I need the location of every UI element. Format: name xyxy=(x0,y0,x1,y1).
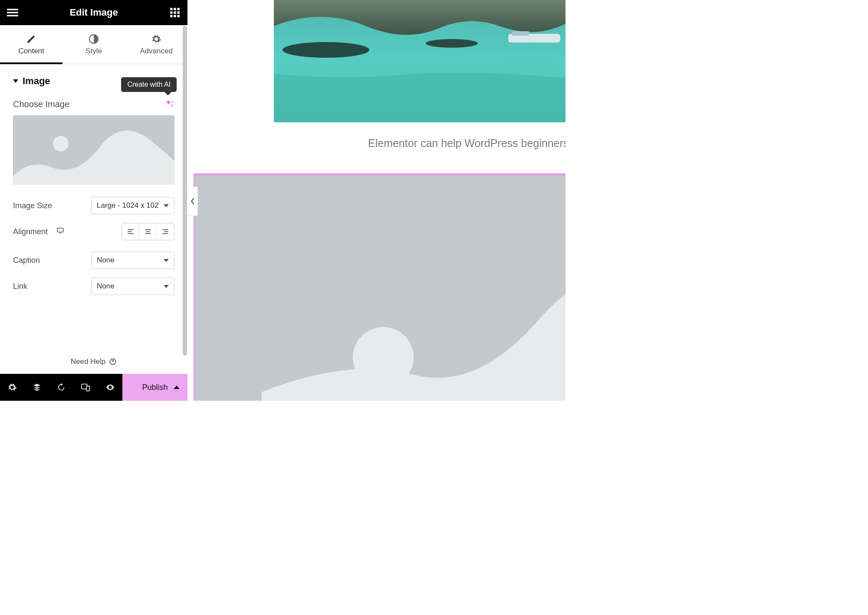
caret-down-icon xyxy=(13,79,18,83)
tab-content[interactable]: Content xyxy=(0,25,62,64)
alignment-buttons xyxy=(122,223,174,240)
gear-icon xyxy=(151,34,161,44)
publish-label: Publish xyxy=(142,383,168,392)
svg-rect-30 xyxy=(86,386,89,391)
tab-advanced-label: Advanced xyxy=(140,47,173,56)
svg-rect-8 xyxy=(177,11,179,13)
menu-icon[interactable] xyxy=(6,6,19,19)
svg-rect-25 xyxy=(164,231,168,232)
image-size-select[interactable]: Large - 1024 x 102 xyxy=(91,197,174,214)
svg-rect-17 xyxy=(59,233,62,234)
navigator-icon[interactable] xyxy=(24,374,49,401)
caption-label: Caption xyxy=(13,256,40,265)
chevron-down-icon xyxy=(164,204,169,207)
tab-style[interactable]: Style xyxy=(62,25,125,64)
tab-advanced[interactable]: Advanced xyxy=(125,25,187,64)
svg-rect-20 xyxy=(128,233,134,234)
chevron-left-icon xyxy=(191,198,195,205)
svg-rect-24 xyxy=(162,229,168,230)
svg-point-15 xyxy=(53,136,69,151)
canvas-hero-image[interactable] xyxy=(274,0,566,122)
svg-point-13 xyxy=(172,101,173,102)
history-icon[interactable] xyxy=(49,374,73,401)
image-picker[interactable] xyxy=(13,115,174,185)
align-left-button[interactable] xyxy=(122,223,139,240)
caption-value: None xyxy=(97,256,115,265)
need-help-link[interactable]: Need Help xyxy=(0,353,187,374)
svg-point-28 xyxy=(113,363,113,363)
svg-rect-4 xyxy=(174,8,176,10)
create-with-ai-button[interactable]: Create with AI xyxy=(164,99,174,109)
align-center-button[interactable] xyxy=(139,223,157,240)
svg-rect-23 xyxy=(145,233,151,234)
panel-collapse-handle[interactable] xyxy=(187,186,198,216)
svg-rect-7 xyxy=(174,11,176,13)
svg-rect-22 xyxy=(146,231,150,232)
ai-tooltip: Create with AI xyxy=(121,77,177,92)
settings-icon[interactable] xyxy=(0,374,24,401)
svg-rect-5 xyxy=(177,8,179,10)
responsive-desktop-icon[interactable] xyxy=(56,227,64,236)
panel-scrollbar-thumb[interactable] xyxy=(183,26,187,356)
publish-button[interactable]: Publish xyxy=(122,374,187,401)
svg-rect-9 xyxy=(170,15,172,17)
link-value: None xyxy=(97,282,115,291)
selected-image-widget[interactable] xyxy=(194,173,566,401)
align-right-button[interactable] xyxy=(157,223,174,240)
svg-rect-21 xyxy=(145,229,151,230)
help-icon xyxy=(109,358,117,366)
svg-rect-26 xyxy=(162,233,168,234)
image-size-value: Large - 1024 x 102 xyxy=(97,201,159,210)
svg-rect-0 xyxy=(7,9,18,10)
svg-point-33 xyxy=(426,39,478,48)
choose-image-label: Choose Image xyxy=(13,99,69,109)
link-label: Link xyxy=(13,282,27,291)
svg-rect-10 xyxy=(174,15,176,17)
svg-rect-1 xyxy=(7,12,18,13)
need-help-label: Need Help xyxy=(71,357,105,366)
contrast-icon xyxy=(89,34,99,44)
preview-icon[interactable] xyxy=(98,374,122,401)
pencil-icon xyxy=(26,34,36,44)
section-title: Image xyxy=(23,75,50,87)
image-size-label: Image Size xyxy=(13,201,52,210)
alignment-label: Alignment xyxy=(13,227,48,236)
responsive-icon[interactable] xyxy=(73,374,98,401)
chevron-up-icon xyxy=(174,386,180,389)
widgets-grid-icon[interactable] xyxy=(168,6,181,19)
svg-point-36 xyxy=(353,327,414,388)
chevron-down-icon xyxy=(164,285,169,288)
panel-header: Edit Image xyxy=(0,0,187,25)
svg-rect-18 xyxy=(128,229,134,230)
panel-title: Edit Image xyxy=(19,7,168,18)
svg-rect-35 xyxy=(512,31,529,36)
canvas-caption-text[interactable]: Elementor can help WordPress beginners xyxy=(368,137,566,150)
tab-content-label: Content xyxy=(18,47,44,56)
tab-style-label: Style xyxy=(85,47,102,56)
svg-rect-3 xyxy=(170,8,172,10)
svg-rect-2 xyxy=(7,15,18,16)
svg-rect-16 xyxy=(57,228,63,232)
svg-rect-11 xyxy=(177,15,179,17)
svg-point-32 xyxy=(283,42,369,58)
chevron-down-icon xyxy=(164,259,169,262)
caption-select[interactable]: None xyxy=(91,252,174,269)
svg-rect-6 xyxy=(170,11,172,13)
link-select[interactable]: None xyxy=(91,278,174,295)
editor-canvas: Elementor can help WordPress beginners xyxy=(187,0,566,401)
sparkle-icon xyxy=(164,99,174,109)
svg-rect-19 xyxy=(128,231,132,232)
